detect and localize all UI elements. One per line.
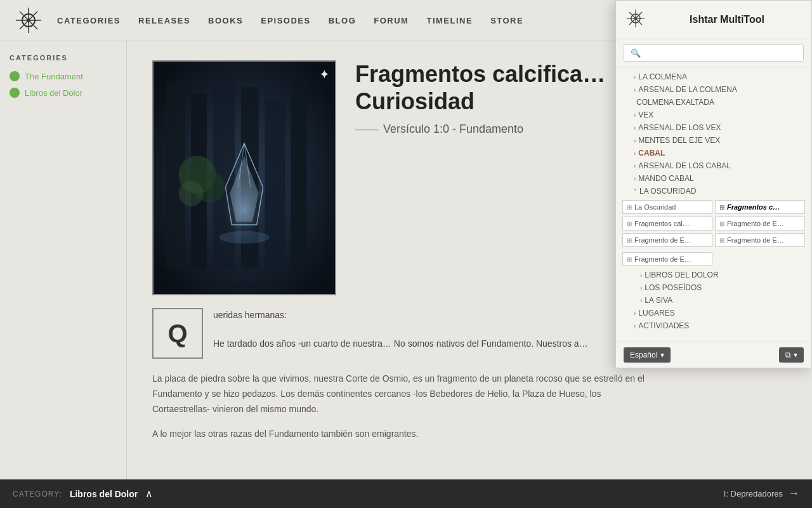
svg-rect-14: [291, 81, 307, 269]
tree-label-vex: VEX: [638, 110, 653, 119]
link-label-2: Fragmentos cal…: [634, 220, 690, 227]
tree-label-libros-dolor: LIBROS DEL DOLOR: [645, 271, 718, 279]
tree-item-vex[interactable]: › VEX: [616, 109, 811, 121]
next-arrow-icon[interactable]: →: [788, 487, 799, 500]
body2-text: La placa de piedra sobre la que vivimos,…: [152, 373, 645, 414]
tree-item-mando-cabal[interactable]: › MANDO CABAL: [616, 172, 811, 185]
tree-item-mentes-vex[interactable]: › MENTES DEL EJE VEX: [616, 134, 811, 147]
sidebar: CATEGORIES The Fundament Libros del Dolo…: [0, 41, 127, 508]
nav-episodes[interactable]: EPISODES: [261, 16, 310, 25]
link-label-0: La Oscuridad: [634, 203, 676, 211]
article-image-wrap: ✦: [152, 60, 336, 295]
nav-blog[interactable]: BLOG: [329, 16, 357, 25]
tree-item-arsenal-colmena[interactable]: › ARSENAL DE LA COLMENA: [616, 83, 811, 96]
chevron-cabal: ›: [634, 150, 636, 157]
link-grid: ⊞ La Oscuridad ⊞ Fragmentos c… ⊞ Fragmen…: [616, 197, 811, 250]
chevron-arsenal-colmena: ›: [634, 86, 636, 93]
translate-button[interactable]: ⧉ ▾: [779, 347, 804, 363]
svg-point-5: [27, 18, 30, 22]
nav-store[interactable]: STORE: [490, 16, 523, 25]
tree-item-cabal[interactable]: › CABAL: [616, 147, 811, 159]
body-paragraph-2: A lo mejor las otras razas del Fundament…: [152, 427, 647, 442]
nav-releases[interactable]: RELEASES: [138, 16, 190, 25]
tree-item-oscuridad[interactable]: ˅ LA OSCURIDAD: [616, 185, 811, 197]
link-icon-4: ⊞: [627, 237, 632, 244]
tree-label-mentes-vex: MENTES DEL EJE VEX: [638, 136, 720, 145]
chevron-actividades: ›: [634, 323, 636, 330]
chevron-poseidos: ›: [640, 284, 642, 291]
popup-header: Ishtar MultiTool: [616, 1, 811, 39]
link-label-4: Fragmento de E…: [634, 236, 691, 244]
link-label-6: Fragmento de E…: [634, 255, 691, 263]
tree-item-lugares[interactable]: › LUGARES: [616, 307, 811, 319]
sidebar-link-fundament[interactable]: The Fundament: [25, 72, 83, 81]
search-input[interactable]: 🔍: [624, 44, 804, 62]
intro-text: ueridas hermanas: He tardado dos años -u…: [213, 308, 588, 359]
article-subtitle-text: Versículo 1:0 - Fundamento: [383, 123, 523, 136]
link-icon-2: ⊞: [627, 220, 632, 227]
article-subtitle: Versículo 1:0 - Fundamento: [355, 123, 647, 136]
sidebar-dot-libros: [10, 88, 20, 98]
tree-label-poseidos: LOS POSEÍDOS: [645, 283, 702, 292]
tree-item-actividades[interactable]: › ACTIVIDADES: [616, 319, 811, 332]
link-box-fragmento-e4[interactable]: ⊞ Fragmento de E…: [622, 252, 712, 266]
popup-panel: Ishtar MultiTool 🔍 › LA COLMENA › ARSENA…: [615, 0, 812, 368]
link-grid-2: ⊞ Fragmento de E…: [616, 250, 811, 269]
letter-drop-wrap: Q ueridas hermanas: He tardado dos años …: [152, 308, 647, 359]
language-button[interactable]: Español ▾: [624, 347, 671, 363]
link-box-fragmento-e2[interactable]: ⊞ Fragmento de E…: [622, 233, 712, 247]
main-content: ✦ Fragmentos calcifica… Curiosidad Versí…: [127, 41, 672, 508]
tree-item-arsenal-vex[interactable]: › ARSENAL DE LOS VEX: [616, 121, 811, 134]
popup-footer: Español ▾ ⧉ ▾: [616, 342, 811, 368]
link-box-fragmentos-c[interactable]: ⊞ Fragmentos c…: [715, 200, 805, 214]
nav-books[interactable]: BOOKS: [208, 16, 243, 25]
link-box-oscuridad[interactable]: ⊞ La Oscuridad: [622, 200, 712, 214]
site-logo[interactable]: [13, 4, 44, 36]
link-box-fragmentos-cal[interactable]: ⊞ Fragmentos cal…: [622, 217, 712, 231]
category-value: Libros del Dolor: [70, 489, 138, 499]
link-label-5: Fragmento de E…: [727, 236, 784, 244]
bottom-chevron-icon[interactable]: ∧: [145, 488, 153, 500]
chevron-siva: ›: [640, 297, 642, 304]
tree-label-oscuridad: LA OSCURIDAD: [639, 187, 696, 196]
chevron-arsenal-vex: ›: [634, 124, 636, 131]
language-label: Español: [630, 351, 657, 359]
link-box-fragmento-e1[interactable]: ⊞ Fragmento de E…: [715, 217, 805, 231]
sidebar-title: CATEGORIES: [10, 54, 117, 62]
translate-icon: ⧉: [785, 351, 791, 359]
popup-tree[interactable]: › LA COLMENA › ARSENAL DE LA COLMENA COL…: [616, 67, 811, 342]
chevron-lugares: ›: [634, 310, 636, 317]
tree-item-colmena-exaltada[interactable]: COLMENA EXALTADA: [616, 96, 811, 109]
popup-title: Ishtar MultiTool: [652, 14, 802, 25]
link-icon-1: ⊞: [719, 204, 724, 211]
chevron-libros: ›: [640, 272, 642, 279]
bottom-bar: CATEGORY: Libros del Dolor ∧ I: Depredad…: [0, 479, 812, 508]
popup-search-bar: 🔍: [616, 39, 811, 67]
link-label-3: Fragmento de E…: [727, 220, 784, 227]
link-icon-3: ⊞: [719, 220, 724, 227]
nav-forum[interactable]: FORUM: [374, 16, 409, 25]
tree-label-mando-cabal: MANDO CABAL: [638, 174, 693, 183]
tree-item-colmena[interactable]: › LA COLMENA: [616, 70, 811, 83]
link-icon-6: ⊞: [627, 256, 632, 263]
sidebar-item-libros[interactable]: Libros del Dolor: [10, 88, 117, 98]
sidebar-link-libros[interactable]: Libros del Dolor: [25, 88, 82, 98]
tree-label-colmena-exaltada: COLMENA EXALTADA: [636, 98, 714, 107]
link-label-1: Fragmentos c…: [727, 203, 780, 211]
chevron-vex: ›: [634, 112, 636, 119]
tree-item-siva[interactable]: › LA SIVA: [616, 294, 811, 307]
tree-item-arsenal-cabal[interactable]: › ARSENAL DE LOS CABAL: [616, 159, 811, 172]
link-box-fragmento-e3[interactable]: ⊞ Fragmento de E…: [715, 233, 805, 247]
tree-item-poseidos[interactable]: › LOS POSEÍDOS: [616, 281, 811, 294]
sidebar-dot-fundament: [10, 71, 20, 81]
next-label: I: Depredadores: [724, 489, 783, 498]
link-icon-5: ⊞: [719, 237, 724, 244]
tree-item-libros-dolor[interactable]: › LIBROS DEL DOLOR: [616, 269, 811, 281]
sidebar-item-fundament[interactable]: The Fundament: [10, 71, 117, 81]
category-label: CATEGORY:: [13, 490, 62, 498]
chevron-arsenal-cabal: ›: [634, 163, 636, 170]
nav-timeline[interactable]: TIMELINE: [426, 16, 473, 25]
chevron-mentes-vex: ›: [634, 137, 636, 144]
intro-span: ueridas hermanas:: [213, 310, 287, 320]
nav-categories[interactable]: CATEGORIES: [57, 16, 121, 25]
